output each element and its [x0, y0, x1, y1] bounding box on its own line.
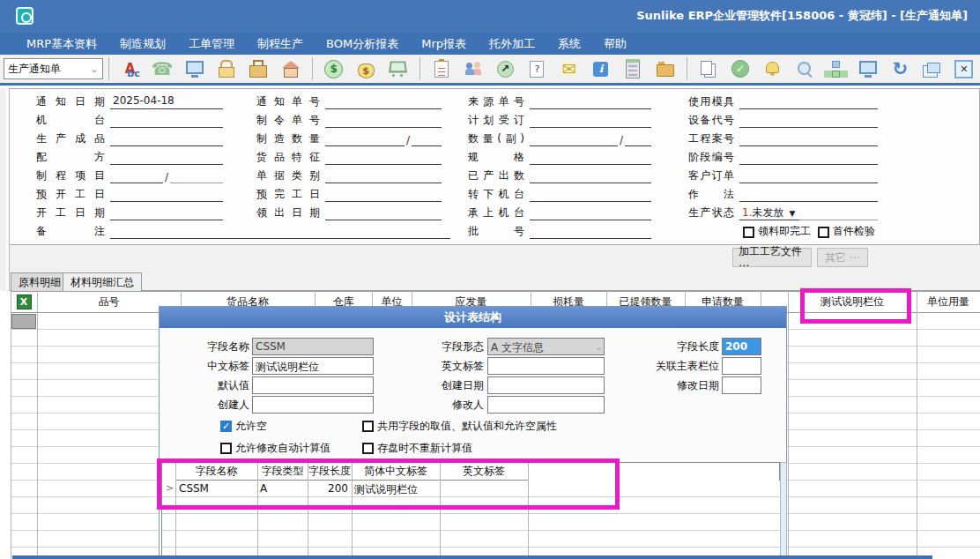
refresh-icon[interactable] [889, 57, 910, 81]
menu-item-help[interactable]: 帮助 [604, 36, 627, 52]
allow-modify-auto-calc-checkbox[interactable]: 允许修改自动计算值 [220, 441, 330, 456]
feature-field[interactable] [325, 150, 442, 165]
calculator-icon[interactable] [622, 57, 643, 81]
next-machine-field[interactable] [530, 187, 651, 202]
modifier-input[interactable] [487, 396, 605, 414]
dollar-coin-icon[interactable] [323, 57, 345, 81]
other-button[interactable]: 其它 ⋯ [817, 248, 868, 267]
org-chart-icon[interactable] [826, 57, 847, 81]
form-label: 已产出数 [468, 168, 530, 183]
no-recalc-on-save-checkbox[interactable]: 存盘时不重新计算值 [362, 441, 472, 456]
document-question-icon[interactable] [526, 57, 547, 81]
planned-start-field[interactable] [110, 187, 223, 202]
menu-item-process-production[interactable]: 制程生产 [257, 36, 303, 52]
produced-qty-field[interactable] [530, 168, 651, 183]
monitor-icon[interactable] [858, 57, 879, 81]
equipment-code-field[interactable] [739, 113, 878, 128]
field-name-label: 字段名称 [160, 339, 249, 354]
lock-icon[interactable] [216, 57, 237, 81]
menu-item-system[interactable]: 系统 [558, 36, 581, 52]
process-item-field[interactable] [110, 168, 163, 183]
bottom-scrollbar[interactable] [12, 555, 932, 559]
selected-row-indicator[interactable] [11, 314, 36, 329]
source-no-field[interactable] [530, 94, 651, 109]
product-field[interactable] [110, 131, 223, 146]
mfg-qty-field-2[interactable] [412, 131, 442, 146]
planned-finish-field[interactable] [325, 187, 442, 202]
create-date-input[interactable] [487, 376, 605, 394]
menu-item-work-order[interactable]: 工单管理 [189, 36, 234, 52]
issue-date-field[interactable] [325, 205, 442, 220]
mold-field[interactable] [739, 94, 878, 109]
users-icon[interactable] [463, 57, 484, 81]
form-label: 客户订单 [688, 168, 739, 183]
cn-label-input[interactable]: 测试说明栏位 [252, 357, 374, 375]
tab-material-detail-summary[interactable]: 材料明细汇总 [63, 272, 142, 291]
excel-export-icon[interactable]: X [17, 294, 32, 309]
shared-field-checkbox[interactable]: 共用字段的取值、默认值和允许空属性 [362, 419, 557, 434]
grid-scrollbar[interactable] [780, 462, 787, 559]
mfg-qty-field[interactable] [325, 131, 405, 146]
batch-no-field[interactable] [530, 224, 651, 239]
bell-icon[interactable] [761, 57, 783, 81]
copy-icon[interactable] [698, 57, 719, 81]
machine-field[interactable] [110, 113, 223, 128]
close-icon[interactable] [954, 57, 975, 81]
en-label-input[interactable] [487, 357, 605, 375]
abc-letters-icon[interactable] [119, 57, 140, 81]
default-value-input[interactable] [252, 376, 374, 394]
project-no-field[interactable] [739, 131, 878, 146]
start-date-field[interactable] [110, 205, 223, 220]
dialog-title-bar[interactable]: 设计表结构 [160, 307, 786, 328]
table-header-unit-usage[interactable]: 单位用量 [917, 291, 980, 313]
mail-send-icon[interactable] [559, 57, 580, 81]
mo-no-field[interactable] [325, 113, 442, 128]
notify-no-field[interactable] [325, 94, 442, 109]
folder-icon[interactable] [654, 57, 675, 81]
qty-sub-field-2[interactable] [625, 131, 651, 146]
search-icon[interactable] [793, 57, 814, 81]
money-bag-icon[interactable] [355, 57, 376, 81]
check-circle-icon[interactable] [730, 57, 751, 81]
field-name-input[interactable]: CSSM [252, 338, 374, 355]
phone-icon[interactable] [152, 57, 174, 81]
modify-date-input[interactable] [722, 376, 761, 394]
field-type-select[interactable]: A 文字信息 [487, 338, 605, 355]
menu-item-mrp-report[interactable]: Mrp报表 [421, 36, 466, 52]
spec-field[interactable] [530, 150, 651, 165]
home-icon[interactable] [279, 57, 301, 81]
doc-category-field[interactable] [325, 168, 442, 183]
qty-sub-field[interactable] [530, 131, 618, 146]
clipboard-icon[interactable] [430, 57, 451, 81]
production-status-select[interactable]: 1.未发放▼ [739, 205, 799, 220]
allow-empty-checkbox[interactable]: ✓ 允许空 [220, 419, 267, 434]
formula-field[interactable] [110, 150, 223, 165]
status-extra-field[interactable] [799, 205, 878, 220]
menu-item-mrp[interactable]: MRP基本资料 [26, 36, 97, 52]
computer-icon[interactable] [184, 57, 205, 81]
tab-raw-material-detail[interactable]: 原料明细 [11, 272, 69, 291]
creator-input[interactable] [252, 396, 374, 414]
info-icon[interactable] [590, 57, 612, 81]
remark-field[interactable] [110, 224, 450, 239]
doc-type-select[interactable]: 生产通知单 ⌄ [4, 58, 103, 79]
customer-order-field[interactable] [739, 168, 878, 183]
briefcase-icon[interactable] [248, 57, 269, 81]
plan-order-field[interactable] [530, 113, 651, 128]
stage-no-field[interactable] [739, 150, 878, 165]
menu-item-outsourcing[interactable]: 托外加工 [489, 36, 535, 52]
method-field[interactable] [739, 187, 878, 202]
cascade-windows-icon[interactable] [922, 57, 943, 81]
checkbox-first-article-inspection[interactable] [818, 227, 829, 238]
process-item-field-2[interactable] [170, 168, 223, 183]
field-length-input[interactable]: 200 [722, 338, 761, 355]
menu-item-bom-report[interactable]: BOM分析报表 [326, 36, 398, 52]
link-master-input[interactable] [722, 357, 761, 375]
checkbox-complete-on-issue[interactable] [743, 227, 754, 238]
notify-date-field[interactable]: 2025-04-18 [110, 94, 223, 109]
menu-item-manufacture-plan[interactable]: 制造规划 [120, 36, 166, 52]
prev-machine-field[interactable] [530, 205, 651, 220]
process-file-button[interactable]: 加工工艺文件 ⋯ [732, 248, 812, 267]
shopping-cart-icon[interactable] [387, 57, 408, 81]
link-icon[interactable] [494, 57, 516, 81]
